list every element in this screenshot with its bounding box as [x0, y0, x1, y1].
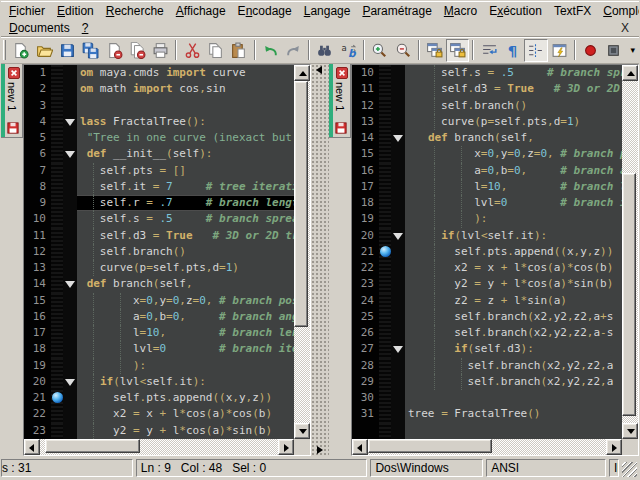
sync-scroll-horizontal-button[interactable] [446, 39, 469, 62]
fold-margin[interactable] [391, 211, 405, 227]
code-text[interactable]: self.branch(x2,y2,z2,a+s [405, 309, 622, 325]
code-text[interactable]: self.d3 = True # 3D or 2D tree [405, 81, 622, 97]
fold-margin[interactable] [63, 325, 77, 341]
fold-margin[interactable] [63, 98, 77, 114]
fold-margin[interactable] [63, 163, 77, 179]
fold-margin[interactable] [63, 65, 77, 81]
code-text[interactable]: if(self.d3): [405, 341, 622, 357]
code-text[interactable]: self.r = .7 # branch length factor [77, 195, 294, 211]
code-line[interactable]: 31tree = FractalTree() [352, 406, 622, 422]
menu-item-encodage[interactable]: Encodage [232, 3, 298, 19]
menu-item-textfx[interactable]: TextFX [548, 3, 597, 19]
code-text[interactable]: lvl=0 # branch iteration [405, 195, 622, 211]
sync-scroll-vertical-button[interactable] [423, 39, 446, 62]
code-line[interactable]: 16 a=0,b=0, # branch angle [352, 163, 622, 179]
code-line[interactable]: 15 x=0,y=0,z=0, # branch position [24, 293, 294, 309]
splitter-collapse-left-icon[interactable] [316, 66, 322, 74]
code-text[interactable]: a=0,b=0, # branch angle [77, 309, 294, 325]
code-text[interactable]: x=0,y=0,z=0, # branch position [405, 146, 622, 162]
tab-new-1-left[interactable]: new 1 [1, 64, 23, 138]
fold-margin[interactable] [63, 146, 77, 162]
code-line[interactable]: 17 l=10, # branch length [24, 325, 294, 341]
code-text[interactable]: ): [77, 358, 294, 374]
code-line[interactable]: 30 [352, 390, 622, 406]
code-text[interactable]: self.pts.append((x,y,z)) [77, 390, 294, 406]
fold-margin[interactable] [63, 114, 77, 130]
scroll-thumb[interactable] [294, 81, 308, 327]
indent-guide-button[interactable] [524, 39, 547, 62]
fold-margin[interactable] [63, 228, 77, 244]
code-line[interactable]: 10 self.s = .5 # branch spreading [24, 211, 294, 227]
fold-open-icon[interactable] [393, 135, 403, 142]
code-line[interactable]: 19 ): [24, 358, 294, 374]
code-text[interactable]: self.branch(x2,y2,z2,a [405, 358, 622, 374]
code-line[interactable]: 22 x2 = x + l*cos(a)*cos(b) [24, 406, 294, 422]
fold-margin[interactable] [391, 65, 405, 81]
cut-button[interactable] [180, 39, 203, 62]
copy-button[interactable] [204, 39, 227, 62]
fold-margin[interactable] [391, 341, 405, 357]
code-text[interactable]: self.pts.append((x,y,z)) [405, 244, 622, 260]
code-line[interactable]: 24 z2 = z + l*sin(a) [352, 293, 622, 309]
fold-margin[interactable] [391, 98, 405, 114]
fold-margin[interactable] [63, 358, 77, 374]
code-text[interactable]: a=0,b=0, # branch angle [405, 163, 622, 179]
fold-margin[interactable] [391, 260, 405, 276]
code-line[interactable]: 22 x2 = x + l*cos(a)*cos(b) [352, 260, 622, 276]
code-line[interactable]: 7 self.pts = [] [24, 163, 294, 179]
code-text[interactable]: l=10, # branch length [405, 179, 622, 195]
undo-button[interactable] [259, 39, 282, 62]
code-text[interactable]: def __init__(self): [77, 146, 294, 162]
fold-margin[interactable] [391, 276, 405, 292]
code-text[interactable]: self.branch(x2,y2,z2,a [405, 374, 622, 390]
vertical-scrollbar-left[interactable] [294, 65, 310, 439]
fold-margin[interactable] [63, 374, 77, 390]
fold-open-icon[interactable] [65, 281, 75, 288]
code-line[interactable]: 21 self.pts.append((x,y,z)) [24, 390, 294, 406]
code-line[interactable]: 19 ): [352, 211, 622, 227]
fold-open-icon[interactable] [65, 379, 75, 386]
code-text[interactable]: z2 = z + l*sin(a) [405, 293, 622, 309]
save-all-button[interactable] [79, 39, 102, 62]
menu-item-ex-cution[interactable]: Exécution [483, 3, 548, 19]
fold-margin[interactable] [63, 244, 77, 260]
code-text[interactable]: self.s = .5 # branch spreading [405, 65, 622, 81]
code-text[interactable]: if(lvl<self.it): [405, 228, 622, 244]
fold-margin[interactable] [63, 211, 77, 227]
zoom-in-button[interactable] [368, 39, 391, 62]
fold-margin[interactable] [63, 195, 77, 211]
code-line[interactable]: 6 def __init__(self): [24, 146, 294, 162]
code-line[interactable]: 11 self.d3 = True # 3D or 2D tree [24, 228, 294, 244]
code-line[interactable]: 23 y2 = y + l*cos(a)*sin(b) [24, 423, 294, 439]
menu-item-recherche[interactable]: Recherche [100, 3, 170, 19]
vertical-scrollbar-right[interactable] [622, 65, 638, 439]
open-file-button[interactable] [32, 39, 55, 62]
code-text[interactable]: om maya.cmds import curve [77, 65, 294, 81]
code-line[interactable]: 9 self.r = .7 # branch length factor [24, 195, 294, 211]
code-line[interactable]: 2om math import cos,sin [24, 81, 294, 97]
code-line[interactable]: 13 curve(p=self.pts,d=1) [24, 260, 294, 276]
fold-margin[interactable] [391, 114, 405, 130]
code-line[interactable]: 16 a=0,b=0, # branch angle [24, 309, 294, 325]
fold-margin[interactable] [63, 390, 77, 406]
scroll-right-button[interactable] [278, 439, 294, 455]
code-area-left[interactable]: 1om maya.cmds import curve2om math impor… [24, 65, 294, 439]
stop-macro-button[interactable] [602, 39, 625, 62]
close-file-button[interactable] [102, 39, 125, 62]
scroll-thumb[interactable] [45, 439, 140, 453]
fold-margin[interactable] [391, 228, 405, 244]
fold-margin[interactable] [391, 163, 405, 179]
pane-splitter[interactable] [311, 64, 329, 456]
code-text[interactable]: self.branch() [405, 98, 622, 114]
code-text[interactable]: self.d3 = True # 3D or 2D tree [77, 228, 294, 244]
code-line[interactable]: 21 self.pts.append((x,y,z)) [352, 244, 622, 260]
code-line[interactable]: 12 self.branch() [24, 244, 294, 260]
window-resize-grip[interactable] [622, 462, 637, 477]
scroll-track[interactable] [622, 81, 638, 423]
code-text[interactable]: l=10, # branch length [77, 325, 294, 341]
print-button[interactable] [149, 39, 172, 62]
horizontal-scrollbar-left[interactable] [40, 439, 278, 455]
tab-new-1-right[interactable]: new 1 [329, 64, 351, 138]
fold-margin[interactable] [391, 195, 405, 211]
code-text[interactable]: self.branch(x2,y2,z2,a-s [405, 325, 622, 341]
